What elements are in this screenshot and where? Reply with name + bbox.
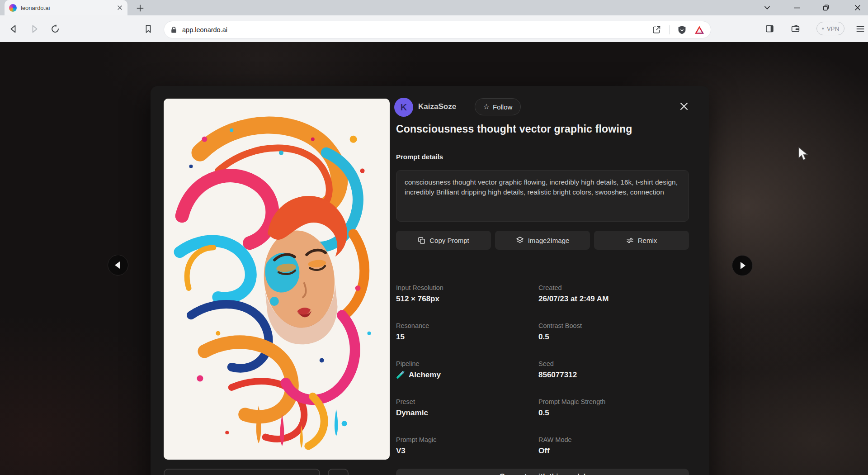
copy-prompt-label: Copy Prompt (429, 237, 469, 244)
image2image-button[interactable]: Image2Image (495, 231, 590, 250)
window-restore-icon[interactable] (819, 1, 833, 14)
username[interactable]: KaizaSoze (418, 102, 456, 111)
follow-label: Follow (493, 103, 512, 111)
copy-icon (418, 237, 425, 244)
tab-close-icon[interactable] (117, 5, 123, 11)
remix-icon (626, 237, 634, 244)
remix-button[interactable]: Remix (594, 231, 689, 250)
screen: leonardo.ai (0, 0, 868, 475)
detail-resonance: Resonance15 (396, 322, 532, 342)
detail-created: Created26/07/23 at 2:49 AM (538, 284, 674, 304)
chevron-left-icon (115, 261, 120, 269)
comment-input[interactable] (164, 469, 320, 475)
browser-tabstrip: leonardo.ai (0, 0, 868, 15)
detail-raw-mode: RAW ModeOff (538, 436, 674, 456)
image2image-label: Image2Image (528, 237, 570, 244)
remix-label: Remix (638, 237, 657, 244)
comment-action-button[interactable] (328, 469, 349, 475)
chevron-right-icon (741, 262, 745, 269)
tab-search-chevron-icon[interactable] (760, 1, 774, 14)
detail-prompt-magic: Prompt MagicV3 (396, 436, 532, 456)
browser-toolbar: app.leonardo.ai ● VPN (0, 15, 868, 42)
previous-image-button[interactable] (108, 255, 128, 276)
brave-rewards-triangle-icon[interactable] (694, 25, 704, 34)
detail-preset: PresetDynamic (396, 398, 532, 418)
page-background-overlay: K KaizaSoze ☆ Follow Consciousness thoug… (0, 42, 868, 475)
sidebar-panel-icon[interactable] (763, 22, 776, 36)
share-icon[interactable] (652, 25, 661, 34)
leonardo-favicon (9, 4, 17, 12)
vpn-label: VPN (827, 25, 840, 32)
detail-contrast-boost: Contrast Boost0.5 (538, 322, 674, 342)
action-buttons-row: Copy Prompt Image2Image Remix (396, 231, 689, 250)
browser-tab[interactable]: leonardo.ai (5, 0, 127, 15)
prompt-box[interactable]: consciousness thought vector graphic flo… (396, 170, 689, 222)
reload-icon[interactable] (48, 22, 62, 36)
prompt-text: consciousness thought vector graphic flo… (405, 177, 680, 198)
copy-prompt-button[interactable]: Copy Prompt (396, 231, 491, 250)
vpn-status-dot: ● (821, 27, 824, 31)
brave-shield-icon[interactable] (677, 25, 687, 35)
generate-with-model-button[interactable]: Generate with this model (396, 469, 689, 475)
modal-close-icon[interactable] (677, 100, 691, 113)
lock-icon (170, 26, 177, 33)
prompt-details-heading: Prompt details (396, 153, 443, 161)
alchemy-flask-icon: 🧪 (396, 371, 405, 379)
detail-pipeline: Pipeline 🧪Alchemy (396, 360, 532, 380)
detail-seed: Seed856077312 (538, 360, 674, 380)
back-icon[interactable] (7, 22, 20, 36)
vpn-button[interactable]: ● VPN (816, 22, 844, 35)
layers-icon (516, 236, 524, 244)
artwork-illustration (164, 99, 390, 460)
star-icon: ☆ (483, 103, 490, 110)
address-bar[interactable]: app.leonardo.ai (164, 21, 711, 38)
wallet-icon[interactable] (788, 22, 802, 36)
bookmark-icon[interactable] (142, 22, 155, 36)
menu-hamburger-icon[interactable] (854, 22, 867, 36)
generated-image[interactable] (164, 99, 390, 460)
detail-input-resolution: Input Resolution512 × 768px (396, 284, 532, 304)
follow-button[interactable]: ☆ Follow (475, 98, 521, 115)
window-minimize-icon[interactable] (790, 1, 804, 14)
url-text: app.leonardo.ai (182, 26, 652, 33)
forward-icon[interactable] (28, 22, 41, 36)
avatar[interactable]: K (394, 98, 413, 117)
detail-prompt-magic-strength: Prompt Magic Strength0.5 (538, 398, 674, 418)
window-close-icon[interactable] (851, 1, 864, 14)
tab-title: leonardo.ai (21, 5, 113, 11)
next-image-button[interactable] (732, 255, 753, 276)
detail-panel: K KaizaSoze ☆ Follow Consciousness thoug… (397, 86, 691, 475)
toolbar-divider (669, 25, 670, 34)
image-title: Consciousness thought vector graphic flo… (396, 123, 632, 135)
new-tab-icon[interactable] (134, 2, 146, 14)
image-detail-modal: K KaizaSoze ☆ Follow Consciousness thoug… (151, 86, 709, 475)
